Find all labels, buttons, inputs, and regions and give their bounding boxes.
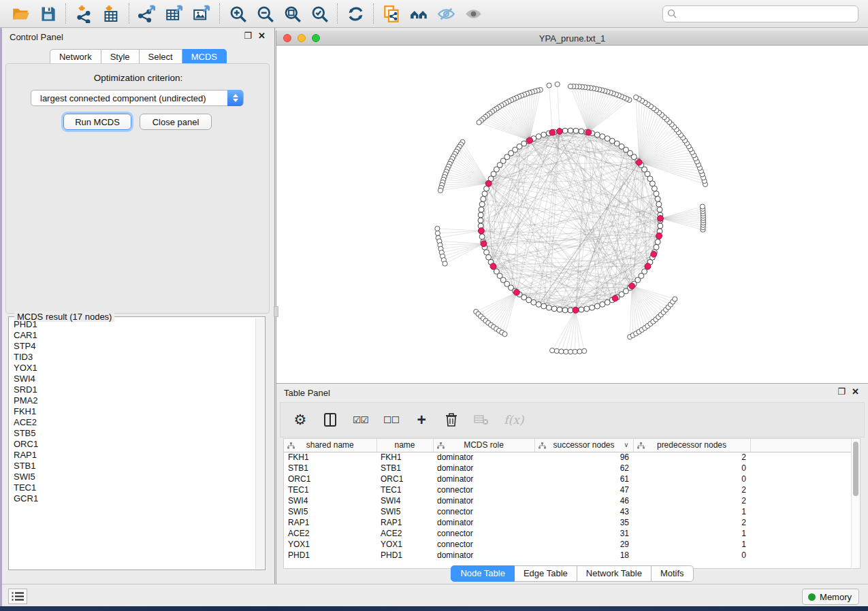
mcds-result-item[interactable]: PMA2 [10,395,255,406]
graph-node[interactable] [600,134,605,139]
graph-dominator-node[interactable] [549,129,556,135]
graph-dominator-node[interactable] [481,241,487,247]
mcds-result-item[interactable]: TID3 [10,352,255,363]
graph-node[interactable] [594,132,600,137]
graph-node[interactable] [590,305,595,310]
graph-dominator-node[interactable] [656,233,662,239]
mcds-result-item[interactable]: SWI4 [10,374,255,384]
mcds-result-item[interactable]: STP4 [10,341,255,352]
first-neighbors-icon[interactable] [405,2,432,25]
table-scrollbar-thumb[interactable] [853,442,858,496]
tab-edge-table[interactable]: Edge Table [515,565,577,582]
mcds-result-item[interactable]: PHD1 [10,319,255,330]
graph-node[interactable] [479,201,485,207]
mcds-result-item[interactable]: TEC1 [10,482,255,493]
graph-node[interactable] [600,301,605,307]
graph-leaf-node[interactable] [634,95,639,99]
import-network-icon[interactable] [70,2,97,25]
graph-node[interactable] [536,134,541,139]
table-row[interactable]: YOX1YOX1connector291 [284,539,851,550]
export-table-icon[interactable] [161,2,188,25]
graph-node[interactable] [541,132,547,137]
column-header-successor-nodes[interactable]: successor nodes∨ [534,439,633,452]
table-row[interactable]: STB1STB1dominator620 [284,463,851,474]
close-panel-icon[interactable]: ✕ [258,31,266,41]
criterion-dropdown[interactable]: largest connected component (undirected) [31,90,244,106]
run-mcds-button[interactable]: Run MCDS [63,114,131,130]
mcds-list-scrollbar[interactable] [255,318,264,569]
save-session-icon[interactable] [34,2,61,25]
graph-dominator-node[interactable] [612,295,618,301]
graph-node[interactable] [579,307,584,312]
graph-node[interactable] [654,244,659,250]
mcds-result-item[interactable]: FKH1 [10,406,255,417]
graph-leaf-node[interactable] [435,226,440,231]
table-row[interactable]: SWI4SWI4dominator462 [284,495,851,506]
close-table-panel-icon[interactable]: ✕ [852,386,859,397]
graph-dominator-node[interactable] [485,180,492,186]
clone-network-icon[interactable] [378,2,405,25]
graph-leaf-node[interactable] [564,349,568,354]
graph-node[interactable] [536,301,541,307]
import-table-icon[interactable] [97,2,125,25]
graph-node[interactable] [479,234,485,240]
graph-node[interactable] [568,128,573,133]
show-columns-icon[interactable] [323,410,338,430]
column-header-predecessor-nodes[interactable]: predecessor nodes [633,439,750,452]
mcds-result-item[interactable]: STB1 [10,461,255,472]
table-row[interactable]: ACE2ACE2connector311 [284,528,851,539]
tab-network-table[interactable]: Network Table [577,565,652,582]
table-row[interactable]: ORC1ORC1dominator610 [284,474,851,484]
graph-leaf-node[interactable] [438,188,443,193]
graph-leaf-node[interactable] [568,349,573,354]
column-header-name[interactable]: name [376,439,433,452]
graph-node[interactable] [579,129,584,134]
graph-dominator-node[interactable] [585,129,592,135]
graph-dominator-node[interactable] [636,159,642,165]
graph-leaf-node[interactable] [550,348,555,353]
graph-dominator-node[interactable] [629,283,635,289]
delete-row-icon[interactable] [444,410,459,430]
table-row[interactable]: SWI5SWI5connector431 [284,506,851,517]
float-table-panel-icon[interactable]: ❐ [837,386,846,397]
open-session-icon[interactable] [7,2,34,25]
graph-node[interactable] [654,191,659,197]
graph-leaf-node[interactable] [435,231,440,235]
graph-dominator-node[interactable] [557,129,563,135]
search-input[interactable] [662,5,858,22]
graph-node[interactable] [655,240,660,245]
mcds-result-item[interactable]: GCR1 [10,493,255,504]
mcds-result-item[interactable]: YOX1 [10,363,255,374]
zoom-in-icon[interactable] [224,2,251,25]
mcds-result-item[interactable]: SRD1 [10,384,255,395]
column-header-MCDS-role[interactable]: MCDS role [433,439,534,452]
graph-node[interactable] [605,136,610,142]
graph-node[interactable] [657,207,662,212]
memory-button[interactable]: Memory [802,589,859,605]
zoom-out-icon[interactable] [251,2,278,25]
column-header-filler[interactable] [750,439,851,452]
graph-dominator-node[interactable] [645,263,651,269]
graph-node[interactable] [478,218,483,223]
close-panel-button[interactable]: Close panel [140,114,212,130]
mcds-result-item[interactable]: SWI5 [10,472,255,482]
mcds-result-item[interactable]: STB5 [10,428,255,439]
graph-leaf-node[interactable] [477,120,481,125]
graph-leaf-node[interactable] [673,297,677,301]
graph-node[interactable] [562,128,568,133]
graph-leaf-node[interactable] [568,84,573,88]
graph-node[interactable] [557,307,562,312]
mcds-result-list[interactable]: PHD1CAR1STP4TID3YOX1SWI4SRD1PMA2FKH1ACE2… [10,319,255,569]
hide-selected-icon[interactable] [432,2,460,25]
graph-leaf-node[interactable] [443,261,447,266]
select-all-icon[interactable]: ☑☑ [353,410,368,430]
mcds-result-item[interactable]: RAP1 [10,450,255,461]
graph-node[interactable] [482,191,487,197]
graph-leaf-node[interactable] [555,82,560,86]
zoom-selected-icon[interactable] [306,2,333,25]
export-network-icon[interactable] [133,2,161,25]
mcds-result-item[interactable]: ACE2 [10,417,255,428]
graph-leaf-node[interactable] [502,332,507,337]
graph-node[interactable] [655,196,660,201]
add-row-icon[interactable]: + [414,410,429,430]
